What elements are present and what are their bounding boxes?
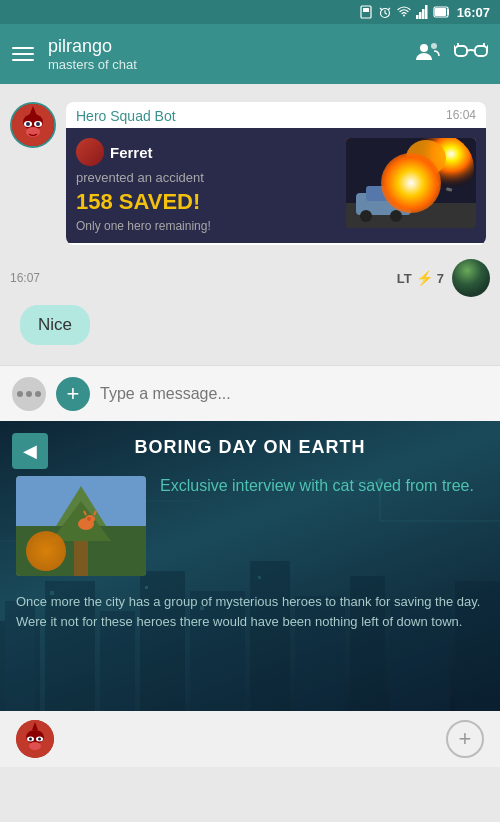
dot-2 [26,391,32,397]
lt-badge: LT ⚡ 7 [397,270,444,286]
svg-point-21 [36,122,40,126]
sim-icon [359,5,373,19]
user-message-row: 16:07 LT ⚡ 7 [0,253,500,303]
bot-text-area: Ferret prevented an accident 158 SAVED! … [76,138,336,233]
bot-time: 16:04 [446,108,476,124]
bot-bubble: Hero Squad Bot 16:04 Ferret prevented an… [66,102,486,245]
explosion-image [346,138,476,228]
input-bar: + [0,365,500,421]
bottom-avatar-inner [16,720,54,758]
svg-rect-54 [74,541,88,576]
message-input[interactable] [100,385,488,403]
svg-point-63 [38,738,41,741]
status-time: 16:07 [457,5,490,20]
dot-3 [35,391,41,397]
remaining-text: Only one hero remaining! [76,219,336,233]
hero-avatar-graphic [10,102,56,148]
lightning-icon: ⚡ [416,270,433,286]
news-image [16,476,146,576]
svg-rect-5 [419,12,422,19]
lt-label: LT [397,271,412,286]
bot-avatar [10,102,56,148]
chat-name: pilrango [48,36,400,57]
wifi-icon [397,5,411,19]
bottom-bar: + [0,711,500,767]
svg-point-11 [431,43,437,49]
svg-rect-29 [366,186,401,201]
nice-message-wrapper: Nice [0,303,500,365]
news-body: Exclusive interview with cat saved from … [0,468,500,584]
svg-point-64 [29,742,41,750]
bot-content: Ferret prevented an accident 158 SAVED! … [66,128,486,243]
news-headline: Exclusive interview with cat saved from … [160,476,474,497]
chat-area: Hero Squad Bot 16:04 Ferret prevented an… [0,84,500,365]
svg-point-62 [29,738,32,741]
svg-rect-32 [431,181,440,188]
svg-rect-9 [435,9,445,16]
ferret-header: Ferret [76,138,336,166]
bot-message: Hero Squad Bot 16:04 Ferret prevented an… [0,94,500,253]
svg-point-10 [420,44,428,52]
bot-header: Hero Squad Bot 16:04 [66,102,486,126]
alarm-icon [378,5,392,19]
emoji-button[interactable] [12,377,46,411]
action-text: prevented an accident [76,170,336,185]
svg-point-20 [26,122,30,126]
chat-title-area: pilrango masters of chat [48,36,400,72]
emoji-dots [17,391,41,397]
svg-point-26 [406,140,446,176]
bot-name: Hero Squad Bot [76,108,176,124]
user-avatar-image [452,259,490,297]
attach-button[interactable]: + [56,377,90,411]
status-icons [359,5,451,19]
ferret-name: Ferret [110,144,153,161]
nice-message-bubble: Nice [20,305,90,345]
message-timestamp: 16:07 [10,271,40,285]
svg-rect-13 [475,46,487,56]
goggles-icon[interactable] [454,41,488,67]
saved-text: 158 SAVED! [76,189,336,215]
contacts-icon[interactable] [414,40,440,68]
svg-point-3 [403,15,405,17]
chat-subtitle: masters of chat [48,57,400,72]
bottom-avatar [16,720,54,758]
dot-1 [17,391,23,397]
svg-rect-6 [422,9,425,19]
battery-icon [433,5,451,19]
news-description: Once more the city has a group of myster… [0,584,500,643]
ferret-icon [76,138,104,166]
svg-rect-4 [416,15,419,19]
badge-num: 7 [437,271,444,286]
svg-rect-12 [455,46,467,56]
svg-rect-7 [425,5,428,19]
menu-button[interactable] [12,47,34,61]
top-bar-actions [414,40,488,68]
top-bar: pilrango masters of chat [0,24,500,84]
news-card: ◀ BORING DAY ON EARTH Exclusive intervie… [0,421,500,711]
svg-rect-1 [363,8,369,12]
news-title: BORING DAY ON EARTH [0,421,500,468]
svg-point-57 [87,517,91,521]
add-button[interactable]: + [446,720,484,758]
signal-icon [416,5,428,19]
svg-point-30 [360,210,372,222]
svg-point-31 [390,210,402,222]
status-bar: 16:07 [0,0,500,24]
user-avatar [452,259,490,297]
